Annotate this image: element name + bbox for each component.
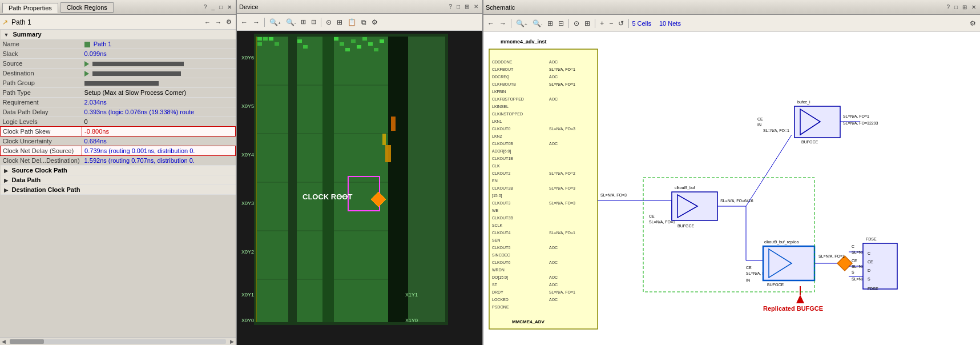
- summary-section[interactable]: ▼ Summary: [1, 30, 236, 39]
- device-canvas[interactable]: X0Y6 X0Y5 X0Y4 X0Y3 X0Y2 X0Y1 X0Y0 X1Y1 …: [237, 31, 482, 345]
- device-max-btn[interactable]: ⊞: [463, 3, 471, 10]
- prop-skew-val: -0.800ns: [82, 127, 236, 137]
- properties-scroll[interactable]: ▼ Summary Name Path 1 Slack 0.099ns: [0, 30, 236, 337]
- svg-text:DO[15:0]: DO[15:0]: [492, 275, 508, 280]
- scrollbar-track[interactable]: [10, 339, 226, 344]
- svg-marker-151: [796, 295, 804, 303]
- svg-text:CLKOUT1B: CLKOUT1B: [492, 157, 513, 161]
- tab-clock-regions[interactable]: Clock Regions: [61, 2, 114, 13]
- sch-div3: [595, 19, 595, 28]
- scroll-left-btn[interactable]: ◀: [0, 339, 7, 344]
- sch-zoomout-btn[interactable]: 🔍-: [531, 19, 545, 28]
- device-close-btn[interactable]: ✕: [472, 3, 480, 10]
- net-count[interactable]: 10 Nets: [659, 20, 681, 27]
- close-btn[interactable]: ✕: [225, 4, 233, 10]
- scroll-right-btn[interactable]: ▶: [228, 339, 236, 344]
- zoom-in-btn[interactable]: 🔍+: [268, 18, 283, 27]
- bufgce3-component[interactable]: CE SL=N/A, FO=3 IN clkout9_buf_replica B…: [746, 206, 882, 287]
- sch-fit-btn[interactable]: ⊞: [546, 19, 555, 28]
- circle-btn[interactable]: ⊙: [324, 18, 333, 27]
- maximize-btn[interactable]: □: [217, 4, 224, 10]
- svg-text:LKINSEL: LKINSEL: [492, 105, 509, 109]
- device-back-btn[interactable]: ←: [239, 18, 249, 27]
- device-panel: Device ? □ ⊞ ✕ ← → 🔍+ 🔍- ⊞ ⊟ ⊙ ⊞ 📋 ⧉ ⚙: [237, 0, 483, 345]
- schematic-min-btn[interactable]: □: [953, 4, 959, 10]
- prop-pathtype-key: Path Type: [1, 88, 82, 98]
- schematic-close-btn[interactable]: ✕: [970, 4, 978, 10]
- horizontal-scrollbar[interactable]: ◀ ▶: [0, 337, 236, 345]
- source-clock-section[interactable]: ▶ Source Clock Path: [1, 166, 236, 175]
- sch-plus-btn[interactable]: +: [598, 19, 606, 28]
- svg-text:Replicated BUFGCE: Replicated BUFGCE: [763, 305, 823, 312]
- svg-text:SL=N/A, FO=32293: SL=N/A, FO=32293: [843, 121, 878, 125]
- fit-btn[interactable]: ⊞: [299, 18, 308, 26]
- schematic-max-btn[interactable]: ⊞: [961, 4, 969, 10]
- sch-fit2-btn[interactable]: ⊟: [556, 19, 566, 28]
- prop-dest-row: Destination: [1, 69, 236, 78]
- svg-text:X1Y1: X1Y1: [405, 292, 418, 298]
- left-panel: Path Properties Clock Regions ? _ □ ✕ ↗ …: [0, 0, 237, 345]
- bufgce2-component[interactable]: CE IN SL=N/A, FO=1 bufce_i SL=N/A, FO=1 …: [746, 100, 878, 206]
- dest-clock-section[interactable]: ▶ Destination Clock Path: [1, 185, 236, 195]
- cell-count[interactable]: 5 Cells: [632, 20, 651, 27]
- sch-fwd-btn[interactable]: →: [498, 19, 508, 28]
- sch-back-btn[interactable]: ←: [486, 19, 496, 28]
- device-help-btn[interactable]: ?: [447, 3, 454, 10]
- section-arrow: ▼: [4, 32, 9, 38]
- svg-text:C: C: [852, 244, 854, 248]
- settings-button[interactable]: ⚙: [224, 18, 233, 26]
- help-btn[interactable]: ?: [202, 4, 209, 10]
- tab-path-properties[interactable]: Path Properties: [2, 3, 58, 13]
- svg-text:FDSE: FDSE: [868, 287, 878, 291]
- bufgce1-component[interactable]: SL=N/A, FO=3 CE SL=N/A, FO=1 clkout9_buf…: [598, 186, 753, 228]
- svg-text:SINCDEC: SINCDEC: [492, 253, 510, 257]
- svg-text:[15:0]: [15:0]: [492, 194, 502, 198]
- svg-text:CLKFBOUT: CLKFBOUT: [492, 67, 514, 71]
- prop-uncertainty-key: Clock Uncertainty: [1, 137, 82, 146]
- src-clock-label: Source Clock Path: [12, 167, 67, 174]
- device-svg: X0Y6 X0Y5 X0Y4 X0Y3 X0Y2 X0Y1 X0Y0 X1Y1 …: [237, 31, 482, 345]
- schematic-canvas[interactable]: mmcme4_adv_inst CDDDONE CLKFBOUT DDCREQ …: [483, 32, 980, 345]
- svg-text:X0Y4: X0Y4: [241, 152, 254, 158]
- screen-btn[interactable]: ⧉: [360, 18, 368, 27]
- back-button[interactable]: ←: [203, 18, 212, 26]
- svg-text:CLKOUT3B: CLKOUT3B: [492, 216, 513, 220]
- copy-btn[interactable]: 📋: [346, 18, 358, 27]
- svg-text:SL=N/A, FO=3: SL=N/A, FO=3: [549, 201, 575, 205]
- device-fwd-btn[interactable]: →: [251, 18, 261, 27]
- mmcme4-component[interactable]: mmcme4_adv_inst CDDDONE CLKFBOUT DDCREQ …: [489, 39, 598, 329]
- sch-zoomin-btn[interactable]: 🔍+: [514, 19, 529, 28]
- sch-grid-btn[interactable]: ⊞: [583, 19, 592, 28]
- sch-minus-btn[interactable]: −: [607, 19, 615, 28]
- zoom-out-btn[interactable]: 🔍-: [284, 18, 298, 27]
- scrollbar-thumb[interactable]: [10, 339, 44, 344]
- data-path-section[interactable]: ▶ Data Path: [1, 175, 236, 185]
- svg-text:DDCREQ: DDCREQ: [492, 75, 510, 79]
- sch-circle-btn[interactable]: ⊙: [572, 19, 581, 28]
- forward-button[interactable]: →: [213, 18, 223, 26]
- grid-btn[interactable]: ⊞: [335, 18, 344, 27]
- minimize-btn[interactable]: _: [209, 4, 216, 10]
- device-controls: ? □ ⊞ ✕: [447, 3, 480, 10]
- svg-rect-28: [380, 39, 384, 43]
- toolbar-div2: [321, 18, 321, 27]
- svg-text:PSDONE: PSDONE: [492, 305, 509, 309]
- sch-refresh-btn[interactable]: ↺: [616, 19, 626, 28]
- svg-text:CDDDONE: CDDDONE: [492, 60, 513, 64]
- path-title: Path 1: [9, 18, 31, 26]
- svg-rect-19: [303, 45, 308, 49]
- sch-div2: [568, 19, 569, 28]
- device-min-btn[interactable]: □: [455, 3, 462, 10]
- schematic-help-btn[interactable]: ?: [945, 4, 951, 10]
- device-settings-btn[interactable]: ⚙: [370, 18, 380, 27]
- svg-rect-25: [362, 37, 367, 41]
- svg-text:CLKOUT2B: CLKOUT2B: [492, 186, 513, 190]
- svg-rect-22: [345, 48, 350, 51]
- path-icon: ↗: [2, 18, 8, 26]
- sch-settings-btn[interactable]: ⚙: [968, 19, 978, 28]
- fdse-component[interactable]: FDSE C CE D S FDSE: [863, 237, 897, 291]
- tab-bar: Path Properties Clock Regions ? _ □ ✕: [0, 0, 236, 15]
- svg-text:AOC: AOC: [549, 260, 558, 264]
- svg-text:AOC: AOC: [549, 275, 558, 279]
- fit2-btn[interactable]: ⊟: [309, 18, 318, 26]
